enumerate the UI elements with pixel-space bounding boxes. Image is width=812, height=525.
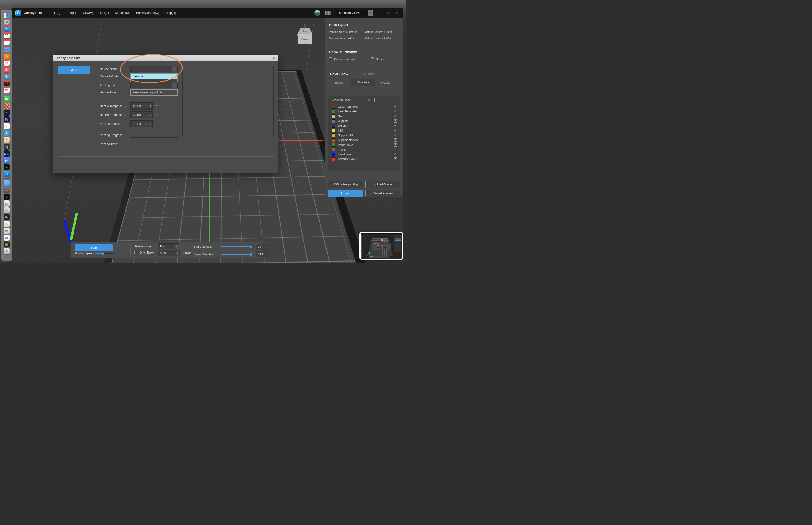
nozzle-checkbox[interactable] [370,57,374,61]
layers-number-slider[interactable] [220,254,254,255]
menu-item[interactable]: Help(H) [165,11,176,15]
dock-app-icon[interactable]: ☺ [3,12,10,18]
menu-item[interactable]: Edit(E) [67,11,76,15]
spin-down-icon[interactable]: ▼ [150,106,151,108]
structure-visibility-checkbox[interactable] [394,110,397,113]
structure-visibility-checkbox[interactable] [394,138,397,142]
spin-down-icon[interactable]: ▼ [150,115,151,117]
structure-visibility-checkbox[interactable] [394,158,397,161]
map-icon[interactable] [325,11,331,15]
dock-window-thumbnail[interactable]: ▭ [3,235,10,241]
spin-down-icon[interactable]: ▼ [177,254,178,255]
dock-window-thumbnail[interactable]: ▤ [3,200,10,207]
structure-visibility-checkbox[interactable] [394,148,397,151]
dock-app-icon[interactable]: ❀ [3,66,10,72]
tab-color-show[interactable]: Color Show [330,72,348,76]
menu-item[interactable]: PrinterControl(C) [136,11,159,15]
layers-number-spinner[interactable]: 319 ▲▼ [256,251,270,257]
layers-slider-knob[interactable] [250,253,252,256]
nozzle-temp-spinner[interactable]: 200.00 ▲▼ [131,103,153,109]
view-cube-front-face[interactable]: Front [297,34,312,44]
subtab-structure[interactable]: Structure [352,79,375,86]
dock-app-icon[interactable]: ☎ [3,96,10,102]
minimize-button[interactable]: — [377,11,385,15]
structure-visibility-checkbox[interactable] [394,115,397,118]
dock-app-icon[interactable]: LrC [3,150,10,156]
dock-app-icon[interactable]: Ps [3,109,10,116]
dock-app-icon[interactable] [3,103,10,109]
upload-gcode-button[interactable]: Upload Gcode [365,181,400,188]
dock-window-thumbnail[interactable]: ▸ [3,194,10,200]
user-avatar[interactable] [314,10,320,16]
dock-app-icon[interactable]: ⚙ [3,18,10,25]
tab-gcode[interactable]: G-Code [362,72,375,76]
chevron-down-icon[interactable]: ▼ [368,10,373,15]
menu-item[interactable]: File(F) [51,11,60,15]
menu-item[interactable]: View(V) [82,11,93,15]
steps-number-slider[interactable] [220,246,254,247]
spin-down-icon[interactable]: ▼ [150,124,151,126]
steps-number-spinner[interactable]: 377 ▲▼ [256,244,270,250]
restore-button[interactable]: □ [385,11,393,15]
dock-window-thumbnail[interactable]: ↓ [3,180,10,186]
spin-down-icon[interactable]: ▼ [267,255,269,256]
dock-window-thumbnail[interactable]: ▦ [3,228,10,234]
start-button[interactable]: Start [75,244,112,251]
structure-visibility-checkbox[interactable] [394,153,397,156]
structure-visibility-checkbox[interactable] [394,134,397,137]
print-button[interactable]: Print [58,66,90,74]
dock-app-icon[interactable]: ◈ [3,46,10,52]
spin-up-icon[interactable]: ▲ [177,252,178,253]
dock-app-icon[interactable]: ≈ [3,164,10,170]
structure-visibility-checkbox[interactable] [394,144,397,147]
dock-app-icon[interactable]: ✉ [3,25,10,31]
dock-window-thumbnail[interactable]: ♻ [3,248,10,254]
menu-item[interactable]: Tool(T) [99,11,109,15]
menu-item[interactable]: Models(M) [115,11,129,15]
usb-online-printing-button[interactable]: USB online printing [328,181,363,188]
chevron-down-icon[interactable]: ▼ [172,82,178,88]
structure-visibility-checkbox[interactable] [394,129,397,132]
printer-selector[interactable]: Sermoon V1 Pro ▼ [336,10,373,16]
structure-visibility-checkbox[interactable] [394,124,397,127]
bed-temp-spinner[interactable]: 60.00 ▲▼ [131,111,153,118]
screenshot-thumbnail[interactable]: Upload Gcode Uploaded Successfully [359,232,403,260]
preview-way-select[interactable]: Eac... ▼ [158,243,179,249]
export-button[interactable]: Export [328,190,363,197]
printing-speed-slider[interactable] [95,253,113,254]
only-show-checkbox[interactable] [134,251,138,254]
dock-app-icon[interactable]: ◐ [3,123,10,129]
dock-window-thumbnail[interactable]: ▥ [3,207,10,213]
dock-app-icon[interactable]: Pr [3,116,10,122]
dock-app-icon[interactable]: C [3,171,10,177]
dock-app-icon[interactable]: Ⓐ [3,73,10,79]
dock-app-icon[interactable]: ✿ [3,59,10,65]
dock-app-icon[interactable]: ∷ [3,80,10,86]
dock-window-thumbnail[interactable]: Pr [3,214,10,220]
spin-up-icon[interactable]: ▲ [150,104,151,106]
dock-app-icon[interactable]: ▦ [3,87,10,93]
view-cube[interactable]: ⌂ Top Front [297,22,313,44]
dock-app-icon[interactable]: JUL 30 [3,32,10,38]
spin-down-icon[interactable]: ▼ [267,247,269,249]
spin-up-icon[interactable]: ▲ [150,122,151,124]
printing-speed-spinner[interactable]: 100.00 % ▲▼ [131,120,153,127]
dock-app-icon[interactable]: ✎ [3,52,10,59]
close-button[interactable]: × [393,11,401,15]
dock-app-icon[interactable]: ≡ [3,39,10,45]
structure-visibility-checkbox[interactable] [394,105,397,108]
structure-all-checkbox[interactable] [374,98,378,102]
printing-platform-checkbox[interactable] [329,57,333,61]
cancel-preview-button[interactable]: Cancel Preview [365,190,400,197]
dialog-close-icon[interactable]: × [273,56,275,60]
structure-visibility-checkbox[interactable] [394,119,397,123]
dock-app-icon[interactable]: ☕ [3,137,10,143]
dock-window-thumbnail[interactable]: ✎ [3,221,10,227]
view-cube-top-face[interactable]: Top [297,28,312,34]
spin-up-icon[interactable]: ▲ [267,245,269,247]
steps-slider-knob[interactable] [250,245,252,248]
spin-up-icon[interactable]: ▲ [150,113,151,115]
dock-window-thumbnail[interactable]: ▤ [3,241,10,247]
dock-app-icon[interactable]: Q [3,144,10,150]
spin-up-icon[interactable]: ▲ [267,253,269,254]
